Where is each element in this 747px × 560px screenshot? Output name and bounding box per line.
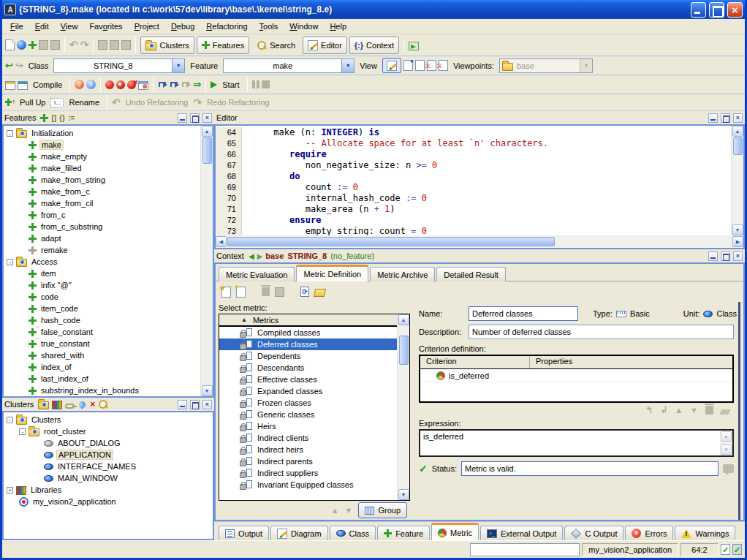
remove-breakpoints-icon[interactable] xyxy=(127,80,136,89)
code-line[interactable]: 71 make_area (n + 1) xyxy=(216,204,731,215)
editor-scroll-right-icon[interactable]: ▶ xyxy=(732,236,743,247)
editor-close-icon[interactable] xyxy=(733,113,743,123)
new-library-icon[interactable] xyxy=(52,401,62,409)
code-line[interactable]: 69 count := 0 xyxy=(216,182,731,193)
feature-tree-item[interactable]: adapt xyxy=(5,232,200,244)
features-tool-button[interactable]: Features xyxy=(197,37,249,54)
freeze-icon[interactable] xyxy=(18,81,28,90)
feature-tree-item[interactable]: -Initialization xyxy=(5,127,200,139)
code-line[interactable]: 70 internal_hash_code := 0 xyxy=(216,193,731,204)
menu-edit[interactable]: Edit xyxy=(29,20,55,32)
metric-list-item[interactable]: Indirect parents xyxy=(219,455,397,467)
context-forward-icon[interactable]: ▶ xyxy=(257,252,263,260)
feature-tree-item[interactable]: make_from_string xyxy=(5,174,200,186)
cluster-tree-item[interactable]: INTERFACE_NAMES xyxy=(5,461,213,472)
metric-check-all-icon[interactable] xyxy=(732,544,742,555)
clusters-tool-button[interactable]: Clusters xyxy=(140,37,194,54)
metric-check-icon[interactable] xyxy=(721,544,730,555)
step-into-icon[interactable] xyxy=(170,80,179,88)
code-line[interactable]: 68 do xyxy=(216,171,731,182)
features-filter-plus-icon[interactable] xyxy=(40,114,48,122)
metric-list-item[interactable]: Invariant Equipped classes xyxy=(219,479,397,491)
feature-tree-item[interactable]: infix "@" xyxy=(5,279,200,291)
class-combobox[interactable]: STRING_8 xyxy=(53,58,185,73)
run-to-cursor-icon[interactable] xyxy=(193,79,201,90)
cluster-tree-item[interactable]: -root_cluster xyxy=(5,425,213,437)
cluster-tree-item[interactable]: +Libraries xyxy=(5,484,213,496)
feature-tree-item[interactable]: make_filled xyxy=(5,162,200,174)
clusters-search-icon[interactable] xyxy=(98,399,108,409)
feature-tree-label[interactable]: last_index_of xyxy=(39,374,90,383)
feature-combobox-arrow-icon[interactable] xyxy=(341,59,354,72)
cluster-tree-label[interactable]: root_cluster xyxy=(42,427,87,436)
feature-tree-item[interactable]: code xyxy=(5,291,200,303)
code-editor[interactable]: 64 make (n: INTEGER) is65 -- Allocate sp… xyxy=(216,126,731,235)
class-combobox-arrow-icon[interactable] xyxy=(172,59,184,72)
tab-metric-definition[interactable]: Metric Definition xyxy=(296,265,368,281)
feature-tree-label[interactable]: make_filled xyxy=(39,164,83,173)
breakpoints-window-icon[interactable] xyxy=(138,81,148,90)
code-line[interactable]: 64 make (n: INTEGER) is xyxy=(216,127,731,138)
cluster-tree-label[interactable]: APPLICATION xyxy=(56,450,113,460)
send-to-external-icon[interactable] xyxy=(409,42,419,50)
expression-box[interactable]: is_deferred ▲ ▼ xyxy=(419,429,734,457)
feature-tree-item[interactable]: hash_code xyxy=(5,314,200,326)
feature-tree-item[interactable]: from_c xyxy=(5,209,200,221)
code-line[interactable]: 66 require xyxy=(216,149,731,160)
feature-tree-item[interactable]: index_of xyxy=(5,361,200,373)
feature-tree-item[interactable]: ~true_constant xyxy=(5,338,200,349)
metric-list-item[interactable]: Indirect heirs xyxy=(219,444,397,455)
feature-tree-label[interactable]: Access xyxy=(30,257,58,266)
menu-debug[interactable]: Debug xyxy=(165,20,200,32)
rename-icon[interactable] xyxy=(50,98,64,107)
bottom-tab-diagram[interactable]: Diagram xyxy=(270,526,328,540)
tab-metric-archive[interactable]: Metric Archive xyxy=(370,267,435,281)
metric-list-item[interactable]: Indirect suppliers xyxy=(219,467,397,479)
feature-tree-label[interactable]: code xyxy=(39,292,60,301)
bottom-tab-metric[interactable]: Metric xyxy=(431,523,479,540)
editor-scroll-down-icon[interactable]: ▼ xyxy=(732,224,743,235)
cluster-tree-item[interactable]: my_vision2_application xyxy=(5,496,213,507)
editor-tool-button[interactable]: Editor xyxy=(303,37,347,54)
enable-breakpoints-icon[interactable] xyxy=(105,80,114,89)
clusters-maximize-icon[interactable] xyxy=(190,400,200,409)
feature-tree-item[interactable]: make_from_c xyxy=(5,186,200,197)
group-button[interactable]: Group xyxy=(358,502,407,518)
metric-list-item[interactable]: Compiled classes xyxy=(219,327,397,338)
reload-metrics-icon[interactable] xyxy=(300,287,309,297)
metric-list-header[interactable]: Metrics xyxy=(219,314,397,327)
import-metrics-icon[interactable] xyxy=(314,289,326,297)
start-icon[interactable] xyxy=(211,81,217,88)
features-close-icon[interactable] xyxy=(202,113,212,123)
metric-list-item[interactable]: Indirect clients xyxy=(219,432,397,444)
feature-tree-label[interactable]: remake xyxy=(39,246,69,254)
clusters-close-icon[interactable] xyxy=(202,400,212,409)
features-scrollbar[interactable]: ▲ ▼ xyxy=(200,126,213,396)
close-button[interactable] xyxy=(727,2,743,18)
start-label[interactable]: Start xyxy=(219,80,242,89)
expression-text[interactable]: is_deferred xyxy=(420,431,720,455)
search-tool-button[interactable]: Search xyxy=(251,37,300,54)
breadcrumb-class[interactable]: STRING_8 xyxy=(287,251,327,260)
feature-tree-label[interactable]: make xyxy=(39,140,64,150)
add-project-icon[interactable] xyxy=(29,41,37,49)
compile-label[interactable]: Compile xyxy=(30,80,65,89)
feature-tree-label[interactable]: hash_code xyxy=(39,316,82,325)
metric-list-item[interactable]: Heirs xyxy=(219,420,397,432)
cluster-tree-item[interactable]: APPLICATION xyxy=(5,449,213,461)
feature-tree-label[interactable]: Initialization xyxy=(30,129,75,137)
editor-scroll-up-icon[interactable]: ▲ xyxy=(732,126,743,137)
view-interface-icon[interactable]: ℛ xyxy=(439,60,448,71)
melt-icon[interactable] xyxy=(5,81,15,90)
view-clickable-icon[interactable]: ● xyxy=(403,60,413,71)
menu-tools[interactable]: Tools xyxy=(254,20,284,32)
bottom-tab-c-output[interactable]: C Output xyxy=(564,526,623,540)
criterion-column-header[interactable]: Criterion xyxy=(420,356,530,368)
feature-tree-item[interactable]: ~false_constant xyxy=(5,326,200,338)
cluster-tree-item[interactable]: ABOUT_DIALOG xyxy=(5,437,213,449)
features-maximize-icon[interactable] xyxy=(190,113,200,123)
status-search-input[interactable] xyxy=(470,543,580,556)
feature-tree-item[interactable]: last_index_of xyxy=(5,373,200,385)
feature-tree-label[interactable]: infix "@" xyxy=(39,281,73,290)
pull-up-label[interactable]: Pull Up xyxy=(17,98,48,107)
